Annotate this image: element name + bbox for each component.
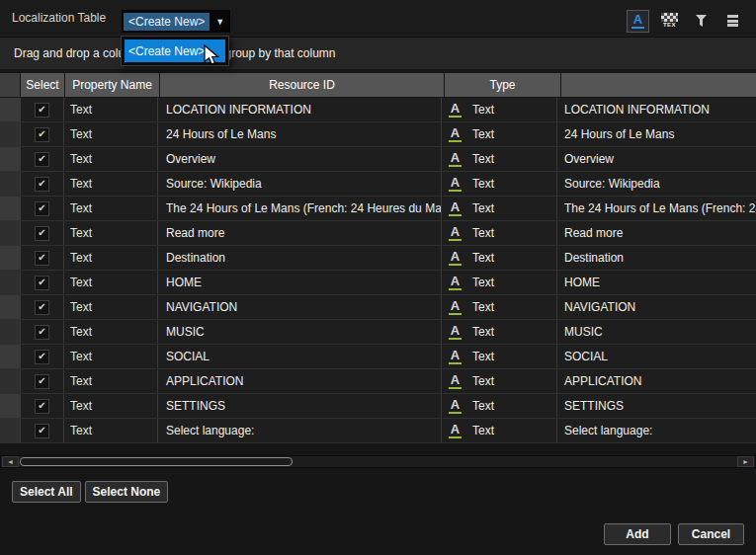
- table-row[interactable]: ✔ Text The 24 Hours of Le Mans (French: …: [0, 197, 756, 221]
- checkmark-icon: ✔: [38, 302, 45, 312]
- funnel-icon: [695, 14, 708, 28]
- row-header-cell[interactable]: [0, 394, 20, 418]
- table-row[interactable]: ✔ Text Read more A Text Read more: [0, 221, 756, 246]
- row-checkbox[interactable]: ✔: [35, 226, 49, 241]
- add-button[interactable]: Add: [604, 523, 671, 545]
- row-checkbox[interactable]: ✔: [35, 251, 49, 266]
- text-type-icon: A: [449, 398, 462, 414]
- text-type-icon: A: [449, 423, 462, 438]
- table-row[interactable]: ✔ Text Overview A Text Overview: [0, 147, 756, 172]
- row-header-cell[interactable]: [0, 197, 20, 220]
- scroll-left-button[interactable]: ◄: [2, 456, 19, 467]
- value-cell: SETTINGS: [556, 394, 756, 418]
- value-cell: MUSIC: [556, 320, 756, 344]
- column-header-resource-id[interactable]: Resource ID: [160, 73, 444, 97]
- value-cell: Destination: [556, 246, 756, 270]
- table-row[interactable]: ✔ Text NAVIGATION A Text NAVIGATION: [0, 295, 756, 320]
- row-header-cell[interactable]: [0, 98, 20, 121]
- row-checkbox[interactable]: ✔: [35, 276, 49, 290]
- select-cell: ✔: [20, 221, 63, 245]
- select-cell: ✔: [20, 345, 63, 368]
- table-row[interactable]: ✔ Text Select language: A Text Select la…: [0, 419, 756, 443]
- row-header-cell[interactable]: [0, 147, 20, 171]
- table-row[interactable]: ✔ Text 24 Hours of Le Mans A Text 24 Hou…: [0, 122, 756, 147]
- row-header-cell[interactable]: [0, 419, 20, 442]
- select-cell: ✔: [20, 172, 63, 196]
- table-row[interactable]: ✔ Text HOME A Text HOME: [0, 271, 756, 295]
- row-checkbox[interactable]: ✔: [35, 424, 49, 438]
- column-header-property-name[interactable]: Property Name: [65, 73, 159, 97]
- property-name-cell: Text: [63, 98, 157, 121]
- toolbar: A TEX: [627, 9, 744, 33]
- row-header-cell[interactable]: [0, 271, 20, 294]
- type-cell: A Text: [441, 197, 556, 220]
- table-row[interactable]: ✔ Text Destination A Text Destination: [0, 246, 756, 271]
- row-checkbox[interactable]: ✔: [35, 325, 49, 340]
- row-checkbox[interactable]: ✔: [35, 177, 49, 192]
- value-cell: NAVIGATION: [556, 295, 756, 319]
- scroll-right-button[interactable]: ►: [737, 456, 754, 467]
- horizontal-scrollbar[interactable]: ◄ ►: [0, 455, 756, 468]
- value-cell: 24 Hours of Le Mans: [556, 122, 756, 146]
- group-by-drop-zone[interactable]: Drag and drop a column header here to gr…: [0, 37, 756, 69]
- row-checkbox[interactable]: ✔: [35, 201, 49, 216]
- row-checkbox[interactable]: ✔: [35, 399, 49, 414]
- table-selector-combobox[interactable]: <Create New> ▼: [122, 10, 230, 33]
- table-row[interactable]: ✔ Text LOCATION INFORMATION A Text LOCAT…: [0, 98, 756, 122]
- text-type-icon: A: [449, 349, 462, 364]
- table-row[interactable]: ✔ Text SOCIAL A Text SOCIAL: [0, 345, 756, 369]
- row-header-cell[interactable]: [0, 221, 20, 245]
- combobox-value: <Create New>: [124, 13, 210, 31]
- chevron-down-icon[interactable]: ▼: [210, 17, 230, 27]
- row-checkbox[interactable]: ✔: [35, 374, 49, 389]
- column-header-value[interactable]: [561, 73, 756, 97]
- select-none-button[interactable]: Select None: [85, 481, 169, 503]
- select-cell: ✔: [20, 295, 63, 319]
- type-cell: A Text: [441, 345, 556, 368]
- property-name-cell: Text: [63, 369, 157, 393]
- texture-resources-button[interactable]: TEX: [658, 10, 681, 33]
- table-row[interactable]: ✔ Text MUSIC A Text MUSIC: [0, 320, 756, 345]
- row-header-cell[interactable]: [0, 295, 20, 319]
- property-name-cell: Text: [63, 295, 157, 319]
- value-cell: The 24 Hours of Le Mans (French: 24 Heur…: [556, 197, 756, 220]
- row-checkbox[interactable]: ✔: [35, 152, 49, 167]
- column-header-select[interactable]: Select: [21, 73, 64, 97]
- row-header-cell[interactable]: [0, 172, 20, 196]
- select-all-button[interactable]: Select All: [12, 481, 81, 503]
- resource-id-cell: The 24 Hours of Le Mans (French: 24 Heur…: [157, 197, 441, 220]
- table-row[interactable]: ✔ Text SETTINGS A Text SETTINGS: [0, 394, 756, 419]
- checkmark-icon: ✔: [38, 228, 45, 238]
- type-label: Text: [472, 276, 494, 289]
- checkmark-icon: ✔: [38, 154, 45, 164]
- dialog-action-buttons: Add Cancel: [604, 523, 744, 545]
- text-resources-toggle-button[interactable]: A: [627, 10, 649, 33]
- row-checkbox[interactable]: ✔: [35, 103, 49, 118]
- row-header-cell[interactable]: [0, 246, 20, 270]
- table-row[interactable]: ✔ Text APPLICATION A Text APPLICATION: [0, 369, 756, 394]
- scrollbar-thumb[interactable]: [20, 457, 293, 466]
- value-cell: Read more: [556, 221, 756, 245]
- cancel-button[interactable]: Cancel: [678, 523, 744, 545]
- checkmark-icon: ✔: [38, 278, 45, 287]
- value-cell: LOCATION INFORMATION: [556, 98, 756, 121]
- table-row[interactable]: ✔ Text Source: Wikipedia A Text Source: …: [0, 172, 756, 197]
- value-cell: HOME: [556, 271, 756, 294]
- property-name-cell: Text: [63, 320, 157, 344]
- property-name-cell: Text: [63, 419, 157, 442]
- resource-id-cell: Read more: [157, 221, 441, 245]
- row-checkbox[interactable]: ✔: [35, 300, 49, 315]
- row-checkbox[interactable]: ✔: [35, 350, 49, 364]
- column-header-type[interactable]: Type: [445, 73, 560, 97]
- menu-button[interactable]: [721, 10, 744, 33]
- row-checkbox[interactable]: ✔: [35, 127, 49, 142]
- text-type-icon: A: [449, 324, 462, 340]
- type-cell: A Text: [441, 394, 556, 418]
- filter-button[interactable]: [690, 10, 713, 33]
- value-cell: APPLICATION: [556, 369, 756, 393]
- text-type-icon: A: [449, 151, 462, 167]
- row-header-cell[interactable]: [0, 320, 20, 344]
- row-header-cell[interactable]: [0, 122, 20, 146]
- row-header-cell[interactable]: [0, 345, 20, 368]
- row-header-cell[interactable]: [0, 369, 20, 393]
